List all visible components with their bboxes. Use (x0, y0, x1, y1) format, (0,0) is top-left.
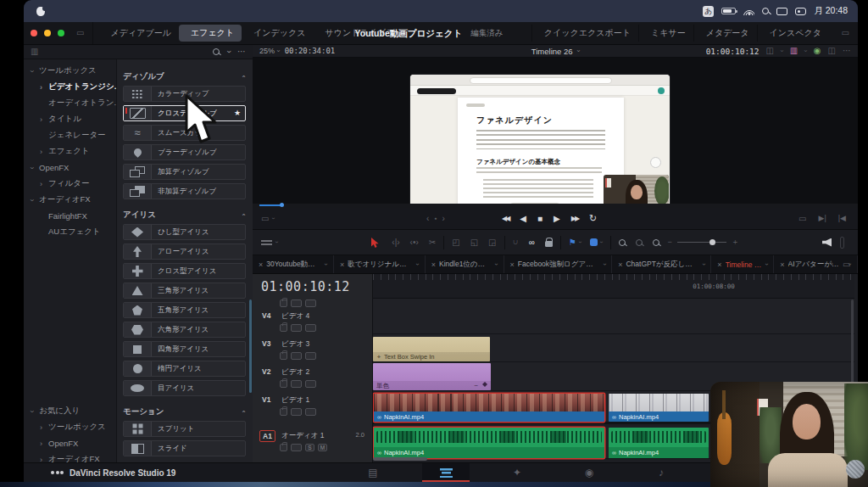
tree-item[interactable]: OpenFX (24, 435, 117, 451)
transition-item[interactable]: ひし型アイリス (123, 224, 246, 240)
track-id[interactable]: A1 (259, 430, 275, 442)
timeline-tab[interactable]: Facebook強制ログアウト (504, 255, 613, 273)
snapping-icon[interactable] (513, 238, 519, 247)
timeline-tab[interactable]: Kindle1位の秘密 (426, 255, 504, 273)
page-media[interactable] (360, 463, 386, 482)
track-id[interactable]: V1 (259, 395, 273, 405)
track-lane-v4[interactable] (373, 299, 854, 334)
curve-icon[interactable]: ~ (474, 382, 478, 389)
enable-track-icon[interactable] (305, 352, 316, 360)
wifi-icon[interactable] (743, 7, 754, 15)
clip-napkinai-audio-1[interactable]: NapkinAI.mp4 (374, 428, 604, 458)
viewer-zoom-level[interactable]: 25% (259, 47, 275, 55)
tab-menu-icon[interactable] (495, 260, 498, 268)
chevron-down-icon[interactable] (277, 48, 280, 54)
panel-tab[interactable]: メディアプール (98, 25, 178, 42)
lock-track-icon[interactable] (280, 444, 287, 451)
go-to-start-button[interactable] (502, 216, 509, 222)
transition-item[interactable]: 楕円アイリス (123, 361, 246, 377)
tree-item[interactable]: エフェクト (24, 143, 116, 160)
transition-item[interactable]: クロス型アイリス (123, 263, 246, 279)
zoom-slider[interactable] (677, 242, 726, 244)
cinema-mode-icon[interactable] (798, 215, 806, 223)
chevron-down-icon[interactable] (579, 239, 581, 245)
scrub-handle[interactable] (280, 203, 284, 207)
selection-mode-icon[interactable] (370, 237, 380, 249)
step-back-button[interactable] (520, 215, 526, 223)
panel-tab[interactable]: インデックス (242, 25, 313, 42)
overwrite-clip-icon[interactable] (470, 238, 478, 247)
mute-button[interactable]: M (318, 444, 327, 451)
panel-tab[interactable]: ミキサー (638, 25, 693, 42)
display-icon[interactable] (776, 8, 787, 15)
chevron-down-icon[interactable] (600, 239, 602, 245)
track-id[interactable]: V3 (259, 339, 273, 349)
lock-track-icon[interactable] (280, 352, 287, 360)
clip-badge-icon[interactable] (790, 47, 798, 55)
zoom-in-icon[interactable] (732, 238, 739, 246)
enable-track-icon[interactable] (305, 324, 316, 332)
transition-item[interactable]: 五角形アイリス (123, 302, 246, 318)
loop-button[interactable] (589, 214, 597, 223)
timeline-tab[interactable]: 歌でオリジナル楽曲 (334, 255, 426, 273)
custom-zoom-icon[interactable] (653, 239, 659, 246)
search-icon[interactable] (213, 48, 220, 55)
tree-item[interactable]: お気に入り (24, 403, 117, 419)
audio-monitor-icon[interactable] (822, 238, 832, 247)
camera-icon[interactable] (766, 47, 774, 55)
close-tab-icon[interactable] (780, 260, 784, 269)
jog-left-icon[interactable] (426, 215, 429, 223)
lock-track-icon[interactable] (280, 324, 287, 332)
go-to-end-button[interactable] (571, 216, 578, 222)
page-fairlight[interactable] (648, 463, 674, 482)
transition-item[interactable]: 三角形アイリス (123, 283, 246, 299)
position-lock-icon[interactable] (545, 241, 553, 247)
control-center-icon[interactable] (795, 8, 806, 15)
battery-icon[interactable] (721, 8, 736, 14)
track-id[interactable]: V4 (259, 311, 273, 321)
collapse-section-icon[interactable] (243, 73, 246, 80)
track-id[interactable]: V2 (259, 367, 273, 377)
razor-edit-mode-icon[interactable] (429, 238, 436, 247)
chevron-down-icon[interactable] (275, 239, 277, 245)
viewer-options-icon[interactable] (843, 47, 851, 55)
next-edit-icon[interactable] (818, 215, 826, 222)
auto-select-icon[interactable] (291, 380, 302, 388)
auto-select-icon[interactable] (291, 324, 302, 332)
tree-item[interactable]: ツールボックス (24, 419, 117, 435)
panel-tab[interactable]: メタデータ (693, 25, 757, 42)
replace-clip-icon[interactable] (488, 238, 496, 247)
transition-item[interactable]: 四角形アイリス (123, 341, 246, 357)
clip-napkinai-video-1[interactable]: NapkinAI.mp4 (374, 394, 604, 422)
close-tab-icon[interactable] (510, 260, 515, 269)
zoom-full-extent-icon[interactable] (619, 239, 626, 246)
tree-item[interactable]: AUエフェクト (24, 224, 116, 240)
marker-icon[interactable] (590, 238, 598, 246)
solo-button[interactable]: S (305, 444, 314, 451)
close-tab-icon[interactable] (618, 260, 622, 269)
spotlight-search-icon[interactable] (762, 8, 769, 14)
chevron-down-icon[interactable] (272, 216, 274, 221)
auto-select-icon[interactable] (291, 444, 302, 451)
mixer-mini-icon[interactable] (840, 237, 844, 249)
tree-item[interactable]: フィルター (24, 176, 116, 192)
keyframe-icon[interactable] (482, 382, 487, 387)
tab-menu-icon[interactable] (604, 260, 606, 268)
panel-tab[interactable]: エフェクト (179, 25, 242, 42)
tab-menu-icon[interactable] (325, 260, 327, 268)
timeline-tab[interactable]: Timeline 26 (711, 255, 774, 273)
clip-solid-color[interactable]: 単色 ~ (373, 363, 491, 390)
play-button[interactable] (554, 215, 560, 223)
previous-edit-icon[interactable] (838, 215, 846, 222)
chevron-down-icon[interactable] (804, 48, 807, 54)
tab-menu-icon[interactable] (765, 260, 768, 268)
tree-item[interactable]: タイトル (24, 111, 116, 127)
tab-menu-icon[interactable] (416, 260, 419, 268)
timeline-horizontal-scrollbar[interactable] (373, 457, 427, 461)
trim-edit-mode-icon[interactable] (392, 238, 399, 247)
transition-item[interactable]: スライド (123, 440, 246, 456)
minimize-window-button[interactable] (44, 30, 51, 36)
tree-item[interactable]: OpenFX (24, 160, 116, 176)
tab-menu-icon[interactable] (703, 260, 705, 268)
jog-right-icon[interactable] (442, 215, 444, 223)
